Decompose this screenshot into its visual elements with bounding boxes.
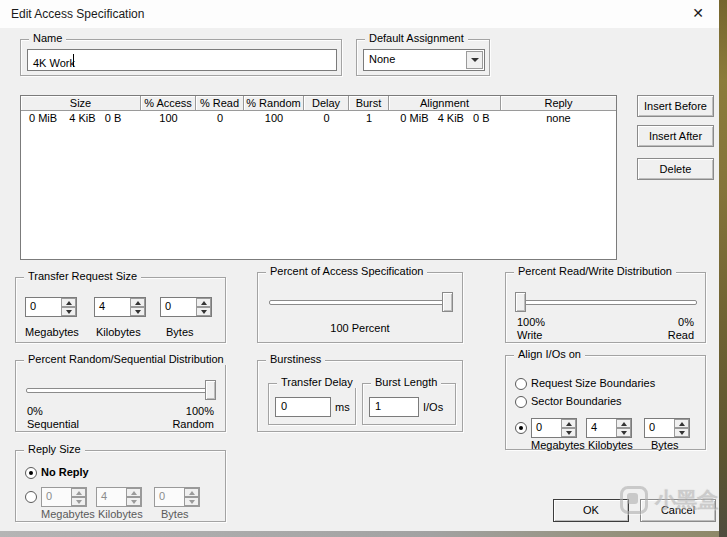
transfer-delay-input[interactable]: 0 xyxy=(275,397,331,417)
column-header-delay[interactable]: Delay xyxy=(304,96,349,111)
reply-custom-radio[interactable] xyxy=(25,491,37,503)
cancel-button[interactable]: Cancel xyxy=(640,499,716,522)
spin-down-button[interactable] xyxy=(130,307,145,316)
arrow-up-icon xyxy=(66,301,72,305)
table-header-row: Size % Access % Read % Random Delay Burs… xyxy=(21,96,616,111)
no-reply-radio[interactable] xyxy=(25,467,37,479)
align-megabytes-label: Megabytes xyxy=(531,439,585,451)
spinner-buttons xyxy=(616,419,631,437)
read-write-slider-track[interactable] xyxy=(516,300,697,305)
trs-kilobytes-spinner[interactable]: 4 xyxy=(94,297,146,317)
write-percent: 100% xyxy=(517,316,545,328)
spinner-buttons xyxy=(61,298,76,316)
trs-megabytes-spinner[interactable]: 0 xyxy=(25,297,77,317)
cell-random: 100 xyxy=(244,111,304,126)
spin-up-button[interactable] xyxy=(674,419,689,428)
trs-bytes-spinner[interactable]: 0 xyxy=(160,297,212,317)
column-header-alignment[interactable]: Alignment xyxy=(389,96,501,111)
arrow-down-icon xyxy=(66,310,72,314)
name-input-value: 4K Work xyxy=(33,53,75,73)
spin-up-button[interactable] xyxy=(61,298,76,307)
spinner-buttons xyxy=(184,488,199,506)
cell-burst: 1 xyxy=(349,111,389,126)
delete-button[interactable]: Delete xyxy=(637,158,714,180)
spinner-value: 4 xyxy=(101,490,107,502)
spin-down-button xyxy=(71,497,86,506)
desktop-background-bottom-strip xyxy=(0,531,719,537)
no-reply-label[interactable]: No Reply xyxy=(41,466,89,478)
spin-up-button[interactable] xyxy=(561,419,576,428)
ok-button[interactable]: OK xyxy=(553,499,629,522)
spin-down-button[interactable] xyxy=(561,428,576,437)
column-header-random[interactable]: % Random xyxy=(244,96,304,111)
table-row[interactable]: 0 MiB 4 KiB 0 B 100 0 100 0 1 0 MiB 4 Ki… xyxy=(21,111,616,126)
align-custom-radio[interactable] xyxy=(515,422,527,434)
reply-megabytes-label: Megabytes xyxy=(41,508,95,520)
insert-before-button[interactable]: Insert Before xyxy=(637,95,714,117)
name-input[interactable]: 4K Work xyxy=(27,49,337,71)
arrow-down-icon xyxy=(189,500,195,504)
trs-bytes-label: Bytes xyxy=(166,326,194,338)
spinner-buttons xyxy=(196,298,211,316)
default-assignment-dropdown[interactable]: None xyxy=(363,49,485,71)
trs-megabytes-label: Megabytes xyxy=(25,326,79,338)
align-sector-label[interactable]: Sector Boundaries xyxy=(531,395,622,407)
reply-kilobytes-label: Kilobytes xyxy=(98,508,143,520)
column-header-read[interactable]: % Read xyxy=(196,96,244,111)
percent-access-slider-thumb[interactable] xyxy=(442,292,453,312)
spin-down-button xyxy=(184,497,199,506)
read-write-right-label: 0% Read xyxy=(668,316,694,342)
spin-down-button[interactable] xyxy=(61,307,76,316)
spin-down-button[interactable] xyxy=(616,428,631,437)
arrow-down-icon xyxy=(131,500,137,504)
read-write-dist-group: Percent Read/Write Distribution 100% Wri… xyxy=(505,272,706,343)
titlebar: Edit Access Specification ✕ xyxy=(0,0,719,28)
spin-down-button[interactable] xyxy=(674,428,689,437)
percent-access-slider-track[interactable] xyxy=(269,300,453,305)
align-kilobytes-spinner[interactable]: 4 xyxy=(586,418,632,438)
arrow-up-icon xyxy=(679,422,685,426)
read-percent: 0% xyxy=(678,316,694,328)
align-bytes-spinner[interactable]: 0 xyxy=(644,418,690,438)
random-seq-slider-track[interactable] xyxy=(26,388,216,393)
align-ios-title: Align I/Os on xyxy=(514,348,585,360)
spinner-value: 0 xyxy=(159,490,165,502)
reply-megabytes-spinner: 0 xyxy=(41,487,87,507)
align-megabytes-spinner[interactable]: 0 xyxy=(531,418,577,438)
burstiness-group: Burstiness Transfer Delay 0 ms Burst Len… xyxy=(257,360,463,432)
arrow-up-icon xyxy=(201,301,207,305)
close-icon[interactable]: ✕ xyxy=(692,5,704,21)
burst-length-title: Burst Length xyxy=(371,376,441,388)
spin-up-button[interactable] xyxy=(616,419,631,428)
dropdown-button[interactable] xyxy=(466,51,483,69)
read-write-slider-thumb[interactable] xyxy=(515,292,526,312)
insert-after-button[interactable]: Insert After xyxy=(637,125,714,147)
align-request-size-radio[interactable] xyxy=(515,378,527,390)
align-sector-radio[interactable] xyxy=(515,396,527,408)
column-header-size[interactable]: Size xyxy=(21,96,141,111)
random-percent: 100% xyxy=(186,405,214,417)
spin-up-button[interactable] xyxy=(130,298,145,307)
access-spec-table: Size % Access % Read % Random Delay Burs… xyxy=(20,95,617,260)
cancel-label: Cancel xyxy=(641,500,715,520)
arrow-up-icon xyxy=(621,422,627,426)
arrow-up-icon xyxy=(135,301,141,305)
align-request-size-label[interactable]: Request Size Boundaries xyxy=(531,377,655,389)
column-header-burst[interactable]: Burst xyxy=(349,96,389,111)
burst-length-unit: I/Os xyxy=(423,401,443,413)
column-header-access[interactable]: % Access xyxy=(141,96,196,111)
delete-label: Delete xyxy=(638,159,713,179)
write-label: Write xyxy=(517,329,542,341)
spinner-value: 4 xyxy=(99,300,105,312)
random-seq-slider-thumb[interactable] xyxy=(205,380,216,400)
burst-length-input[interactable]: 1 xyxy=(369,397,419,417)
read-write-left-label: 100% Write xyxy=(517,316,545,342)
arrow-down-icon xyxy=(679,431,685,435)
spin-down-button[interactable] xyxy=(196,307,211,316)
spin-up-button[interactable] xyxy=(196,298,211,307)
column-header-reply[interactable]: Reply xyxy=(501,96,616,111)
cell-read: 0 xyxy=(196,111,244,126)
burstiness-title: Burstiness xyxy=(266,353,325,365)
reply-kilobytes-spinner: 4 xyxy=(96,487,142,507)
arrow-down-icon xyxy=(135,310,141,314)
